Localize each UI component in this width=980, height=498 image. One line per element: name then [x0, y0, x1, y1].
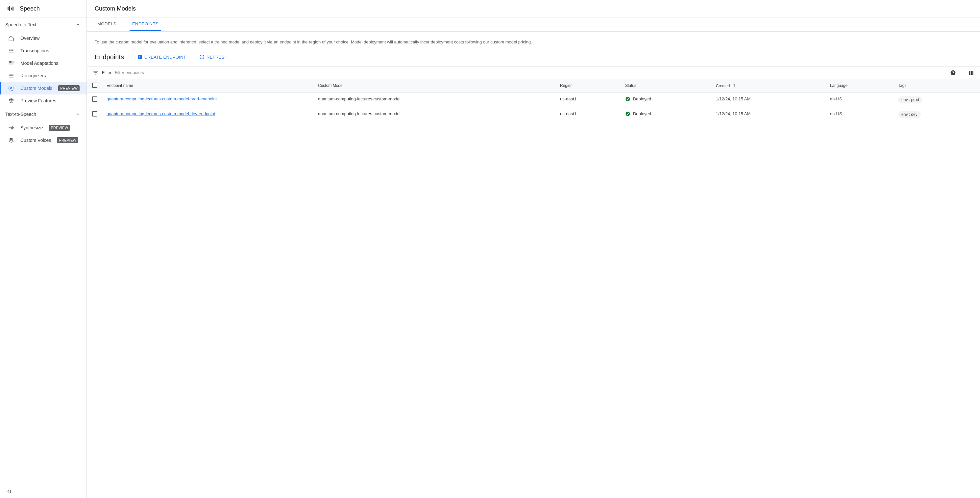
nav-label: Recognizers: [21, 73, 46, 78]
filter-label: Filter: [102, 70, 111, 75]
svg-rect-9: [11, 52, 13, 53]
section-header-speech-to-text[interactable]: Speech-to-Text: [0, 18, 86, 32]
chevron-up-icon: [75, 22, 81, 27]
adaptations-icon: [8, 60, 14, 66]
button-label: REFRESH: [207, 55, 228, 59]
page-title: Custom Models: [87, 0, 980, 18]
svg-text:?: ?: [952, 70, 954, 74]
collapse-sidebar-button[interactable]: [6, 488, 13, 495]
svg-rect-25: [12, 126, 13, 130]
button-label: CREATE ENDPOINT: [144, 55, 186, 59]
svg-rect-10: [9, 61, 10, 63]
section-bar: Endpoints CREATE ENDPOINT REFRESH: [87, 49, 980, 66]
section-label: Text-to-Speech: [5, 112, 36, 117]
nav-preview-features[interactable]: Preview Features: [0, 94, 86, 107]
svg-rect-33: [95, 74, 97, 74]
svg-rect-0: [8, 7, 8, 10]
svg-rect-21: [10, 77, 13, 78]
sidebar-header: Speech: [0, 0, 86, 18]
language-cell: en-US: [826, 107, 894, 122]
sidebar-title: Speech: [20, 5, 40, 12]
svg-point-41: [625, 112, 630, 116]
svg-rect-15: [9, 65, 13, 65]
svg-rect-26: [13, 127, 14, 129]
svg-rect-24: [11, 127, 12, 129]
svg-rect-8: [9, 52, 11, 53]
recognizers-icon: [8, 73, 14, 79]
filter-icon: [93, 70, 99, 76]
nav-label: Model Adaptations: [21, 61, 58, 66]
nav-label: Preview Features: [21, 98, 56, 103]
nav-model-adaptations[interactable]: Model Adaptations: [0, 57, 86, 69]
section-title: Endpoints: [95, 53, 124, 61]
help-icon[interactable]: ?: [950, 70, 956, 76]
svg-rect-5: [11, 49, 13, 50]
layers-icon: [8, 137, 14, 143]
region-cell: us-east1: [556, 107, 621, 122]
svg-rect-13: [13, 61, 13, 63]
svg-rect-37: [971, 71, 972, 75]
tabs: MODELS ENDPOINTS: [87, 18, 980, 32]
svg-point-40: [625, 97, 630, 101]
create-endpoint-button[interactable]: CREATE ENDPOINT: [137, 54, 186, 59]
svg-rect-31: [93, 71, 98, 72]
tags-cell: env : prod: [894, 92, 980, 107]
refresh-icon: [199, 54, 205, 59]
custom-model-cell: quantum-computing-lectures-custom-model: [314, 92, 556, 107]
col-language[interactable]: Language: [826, 79, 894, 93]
svg-rect-17: [10, 74, 13, 75]
nav-custom-voices[interactable]: Custom Voices PREVIEW: [0, 134, 86, 147]
columns-icon[interactable]: [968, 70, 974, 76]
nav-transcriptions[interactable]: Transcriptions: [0, 45, 86, 57]
nav-custom-models[interactable]: Custom Models PREVIEW: [0, 82, 86, 94]
section-label: Speech-to-Text: [5, 22, 36, 27]
col-endpoint-name[interactable]: Endpoint name: [103, 79, 314, 93]
region-cell: us-east1: [556, 92, 621, 107]
nav-label: Custom Voices: [21, 137, 51, 143]
tab-models[interactable]: MODELS: [95, 18, 119, 31]
filter-input[interactable]: [115, 70, 947, 75]
endpoint-link[interactable]: quantum-computing-lectures-custom-model-…: [107, 96, 310, 101]
svg-rect-16: [9, 74, 10, 75]
chevron-up-icon: [75, 112, 81, 117]
nav-synthesize[interactable]: Synthesize PREVIEW: [0, 121, 86, 134]
refresh-button[interactable]: REFRESH: [199, 54, 228, 59]
row-checkbox[interactable]: [92, 96, 97, 102]
svg-rect-14: [9, 64, 13, 64]
custom-model-cell: quantum-computing-lectures-custom-model: [314, 107, 556, 122]
col-status[interactable]: Status: [621, 79, 712, 93]
section-header-text-to-speech[interactable]: Text-to-Speech: [0, 107, 86, 121]
col-region[interactable]: Region: [556, 79, 621, 93]
nav-label: Synthesize: [21, 125, 43, 130]
divider: [962, 69, 962, 77]
sidebar: Speech Speech-to-Text Overview Transcrip…: [0, 0, 87, 498]
svg-rect-3: [13, 6, 13, 11]
nav-label: Overview: [21, 35, 40, 41]
tab-endpoints[interactable]: ENDPOINTS: [130, 18, 161, 31]
table-row: quantum-computing-lectures-custom-model-…: [87, 107, 980, 122]
preview-badge: PREVIEW: [49, 125, 70, 131]
home-icon: [8, 35, 14, 41]
svg-point-22: [11, 88, 12, 89]
nav-overview[interactable]: Overview: [0, 32, 86, 45]
svg-rect-6: [9, 50, 10, 51]
svg-rect-36: [969, 71, 970, 75]
col-created[interactable]: Created: [712, 79, 826, 93]
nav-recognizers[interactable]: Recognizers: [0, 69, 86, 82]
page-description: To use the custom model for evaluation a…: [87, 32, 980, 49]
svg-rect-2: [11, 8, 12, 10]
row-checkbox[interactable]: [92, 111, 97, 117]
svg-rect-12: [11, 61, 12, 63]
svg-rect-7: [11, 50, 13, 51]
svg-rect-20: [9, 77, 10, 78]
svg-rect-38: [972, 71, 974, 75]
select-all-header[interactable]: [87, 79, 103, 93]
sort-ascending-icon: [732, 84, 736, 88]
col-custom-model[interactable]: Custom Model: [314, 79, 556, 93]
status-cell: Deployed: [621, 107, 712, 122]
svg-rect-23: [9, 128, 11, 128]
col-tags[interactable]: Tags: [894, 79, 980, 93]
svg-rect-30: [139, 57, 141, 57]
endpoint-link[interactable]: quantum-computing-lectures-custom-model-…: [107, 111, 310, 116]
speech-logo-icon: [6, 5, 14, 13]
